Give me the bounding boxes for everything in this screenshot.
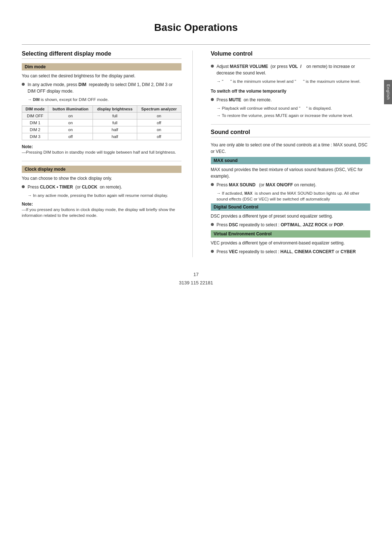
dim-note-block: Note: —Pressing DIM button in standby mo… [22, 144, 181, 155]
right-column: Volume control Adjust MASTER VOLUME (or … [207, 50, 371, 257]
vec-intro: VEC provides a different type of environ… [211, 240, 371, 246]
left-column: Selecting different display mode Dim mod… [22, 50, 193, 257]
dim3-label: DIM 3 [22, 133, 48, 140]
bullet-dot [211, 65, 214, 68]
dim-mode-bullet1: In any active mode, press DIM repeatedly… [22, 81, 181, 94]
dim-off-spectrum: on [137, 113, 181, 119]
catalog-number: 3139 115 22181 [22, 280, 370, 285]
dim1-display: full [93, 119, 137, 126]
max-sound-arrow1: If activated, MAX is shown and the MAX S… [211, 190, 371, 202]
dim3-button: off [48, 133, 93, 140]
sound-section-title: Sound control [211, 129, 371, 137]
dim3-display: half [93, 133, 137, 140]
dsc-intro: DSC provides a different type of preset … [211, 213, 371, 219]
dim2-display: half [93, 126, 137, 133]
bullet-dot [211, 183, 214, 186]
volume-arrow1: " " is the minimum volume level and " " … [211, 78, 371, 84]
page-number: 17 [22, 272, 370, 277]
table-row: DIM 2 on half on [22, 126, 181, 133]
dim-table-header-3: Spectrum analyzer [137, 106, 181, 113]
dim-table-header-1: button illumination [48, 106, 93, 113]
dim-mode-arrow1: DIM is shown, except for DIM OFF mode. [22, 97, 181, 102]
volume-bullet1-text: Adjust MASTER VOLUME (or press VOL / on … [217, 63, 371, 76]
clock-note-block: Note: —If you pressed any buttons in clo… [22, 201, 181, 218]
volume-arrow2: Playback will continue without sound and… [211, 105, 371, 111]
clock-note-label: Note: [22, 202, 33, 207]
sound-intro: You are only able to select one of the s… [211, 142, 371, 155]
page-wrapper: Basic Operations English Selecting diffe… [0, 0, 392, 555]
dim2-spectrum: on [137, 126, 181, 133]
two-column-layout: Selecting different display mode Dim mod… [22, 44, 370, 257]
max-sound-bullet1: Press MAX SOUND (or MAX ON/OFF on remote… [211, 182, 371, 188]
table-row: DIM 3 off half off [22, 133, 181, 140]
dim-mode-subheader: Dim mode [22, 63, 181, 70]
section-separator [22, 161, 181, 161]
table-row: DIM 1 on full off [22, 119, 181, 126]
side-tab: English [384, 80, 392, 104]
dim-table-header-2: display brightness [93, 106, 137, 113]
dim-table-header-0: DIM mode [22, 106, 48, 113]
clock-display-intro: You can choose to show the clock display… [22, 175, 181, 182]
clock-display-bullet1: Press CLOCK • TIMER (or CLOCK on remote)… [22, 184, 181, 190]
clock-display-bullet1-text: Press CLOCK • TIMER (or CLOCK on remote)… [28, 184, 122, 190]
volume-bullet1: Adjust MASTER VOLUME (or press VOL / on … [211, 63, 371, 76]
vec-bullet1-text: Press VEC repeatedly to select : HALL, C… [217, 248, 356, 255]
bullet-dot [22, 83, 25, 86]
vec-subheader: Virtual Environment Control [211, 230, 371, 238]
dim-mode-intro: You can select the desired brightness fo… [22, 73, 181, 79]
volume-switch-off-title: To switch off the volume temporarily [211, 88, 371, 94]
dim-mode-bullet1-text: In any active mode, press DIM repeatedly… [28, 81, 181, 94]
dim-note-label: Note: [22, 144, 33, 149]
dsc-bullet1-text: Press DSC repeatedly to select : OPTIMAL… [217, 222, 344, 228]
dim-off-button: on [48, 113, 93, 119]
bullet-dot [211, 223, 214, 226]
dim2-label: DIM 2 [22, 126, 48, 133]
dim2-button: on [48, 126, 93, 133]
dim-table: DIM mode button illumination display bri… [22, 105, 181, 140]
vec-bullet1: Press VEC repeatedly to select : HALL, C… [211, 248, 371, 255]
dsc-subheader: Digital Sound Control [211, 203, 371, 211]
section-separator-2 [211, 124, 371, 125]
dim1-spectrum: off [137, 119, 181, 126]
bullet-dot [211, 250, 214, 253]
max-sound-subheader: MAX sound [211, 157, 371, 164]
dim1-button: on [48, 119, 93, 126]
dim1-label: DIM 1 [22, 119, 48, 126]
volume-bullet2-text: Press MUTE on the remote. [217, 97, 272, 103]
clock-display-subheader: Clock display mode [22, 166, 181, 173]
volume-section-title: Volume control [211, 50, 371, 59]
left-section-title: Selecting different display mode [22, 50, 181, 59]
bullet-dot [211, 98, 214, 101]
dsc-bullet1: Press DSC repeatedly to select : OPTIMAL… [211, 222, 371, 228]
page-title: Basic Operations [22, 22, 370, 33]
max-sound-intro: MAX sound provides the best mixture of v… [211, 166, 371, 179]
volume-arrow3: To restore the volume, press MUTE again … [211, 113, 371, 118]
max-sound-bullet1-text: Press MAX SOUND (or MAX ON/OFF on remote… [217, 182, 317, 188]
table-row: DIM OFF on full on [22, 113, 181, 119]
dim-note-text: —Pressing DIM button in standby mode wil… [22, 150, 176, 154]
volume-bullet2: Press MUTE on the remote. [211, 97, 371, 103]
clock-note-text: —If you pressed any buttons in clock dis… [22, 207, 175, 218]
dim-off-label: DIM OFF [22, 113, 48, 119]
dim3-spectrum: off [137, 133, 181, 140]
clock-display-arrow1: In any active mode, pressing the button … [22, 193, 181, 198]
bullet-dot [22, 185, 25, 188]
dim-off-display: full [93, 113, 137, 119]
